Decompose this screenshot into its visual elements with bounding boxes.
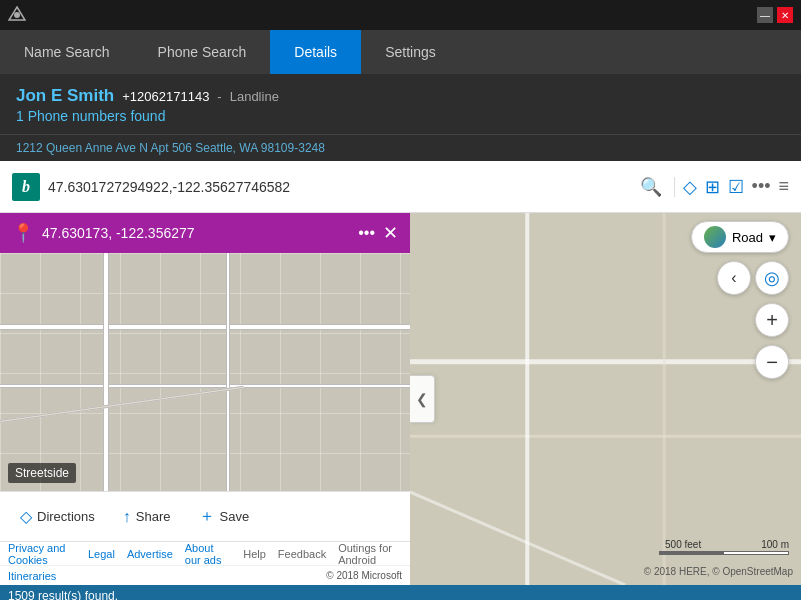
streetside-label: Streetside bbox=[8, 463, 76, 483]
result-phone-number: +12062171143 bbox=[122, 89, 209, 104]
zoom-in-icon: + bbox=[766, 309, 778, 332]
road-type-selector[interactable]: Road ▾ bbox=[691, 221, 789, 253]
location-pin-bar: 📍 47.630173, -122.356277 ••• ✕ bbox=[0, 213, 410, 253]
result-header-row: Jon E Smith +12062171143 - Landline bbox=[16, 86, 785, 106]
directions-button[interactable]: ◇ Directions bbox=[8, 501, 107, 532]
scale-bar: 500 feet 100 m bbox=[659, 539, 789, 555]
tab-settings[interactable]: Settings bbox=[361, 30, 460, 74]
share-icon: ↑ bbox=[123, 508, 131, 526]
globe-icon bbox=[704, 226, 726, 248]
map-background bbox=[0, 253, 410, 491]
checklist-icon[interactable]: ☑ bbox=[728, 176, 744, 198]
bing-logo-text: b bbox=[22, 178, 30, 196]
layers-icon[interactable]: ◇ bbox=[683, 176, 697, 198]
title-bar: — ✕ bbox=[0, 0, 801, 30]
pin-more-button[interactable]: ••• bbox=[358, 224, 375, 242]
zoom-out-button[interactable]: − bbox=[755, 345, 789, 379]
svg-point-1 bbox=[14, 12, 20, 18]
nav-tabs: Name Search Phone Search Details Setting… bbox=[0, 30, 801, 74]
legal-link[interactable]: Legal bbox=[88, 548, 115, 560]
feedback-link[interactable]: Feedback bbox=[278, 548, 326, 560]
svg-line-6 bbox=[410, 492, 625, 585]
map-wrapper: b 🔍 ◇ ⊞ ☑ ••• ≡ 📍 47.630173, -122.356277… bbox=[0, 161, 801, 585]
pin-icon: 📍 bbox=[12, 222, 34, 244]
chevron-down-icon: ▾ bbox=[769, 230, 776, 245]
hamburger-icon[interactable]: ≡ bbox=[778, 176, 789, 197]
map-attribution: © 2018 HERE, © OpenStreetMap bbox=[644, 566, 793, 577]
save-icon: ＋ bbox=[199, 506, 215, 527]
zoom-in-button[interactable]: + bbox=[755, 303, 789, 337]
help-link[interactable]: Help bbox=[243, 548, 266, 560]
scale-labels: 500 feet 100 m bbox=[665, 539, 789, 550]
search-icon: 🔍 bbox=[640, 177, 662, 197]
advertise-link[interactable]: Advertise bbox=[127, 548, 173, 560]
map-search-input[interactable] bbox=[48, 179, 628, 195]
map-area: 📍 47.630173, -122.356277 ••• ✕ Streetsid… bbox=[0, 213, 801, 585]
pin-coordinates: 47.630173, -122.356277 bbox=[42, 225, 350, 241]
map-placeholder[interactable]: Streetside bbox=[0, 253, 410, 491]
about-ads-link[interactable]: About our ads bbox=[185, 542, 231, 566]
map-search-button[interactable]: 🔍 bbox=[636, 172, 666, 202]
location-controls: ‹ ◎ bbox=[717, 261, 789, 295]
scale-label-meters: 100 m bbox=[761, 539, 789, 550]
outings-link[interactable]: Outings for Android bbox=[338, 542, 402, 566]
map-right-background: ❮ Road ▾ ‹ ◎ bbox=[410, 213, 801, 585]
map-left-panel: 📍 47.630173, -122.356277 ••• ✕ Streetsid… bbox=[0, 213, 410, 585]
privacy-link[interactable]: Privacy and Cookies bbox=[8, 542, 76, 566]
left-arrow-icon: ❮ bbox=[416, 391, 428, 407]
pin-close-button[interactable]: ✕ bbox=[383, 222, 398, 244]
scale-bar-visual bbox=[659, 551, 789, 555]
share-label: Share bbox=[136, 509, 171, 524]
footer-itineraries: Itineraries © 2018 Microsoft bbox=[0, 565, 410, 585]
road-vertical-1 bbox=[103, 253, 109, 491]
map-controls: Road ▾ ‹ ◎ + bbox=[691, 221, 789, 379]
status-bar: 1509 result(s) found. bbox=[0, 585, 801, 600]
save-label: Save bbox=[220, 509, 250, 524]
result-box: Jon E Smith +12062171143 - Landline 1 Ph… bbox=[0, 74, 801, 135]
tab-name-search[interactable]: Name Search bbox=[0, 30, 134, 74]
target-icon: ◎ bbox=[764, 267, 780, 289]
bing-logo: b bbox=[12, 173, 40, 201]
road-vertical-2 bbox=[226, 253, 230, 491]
result-name: Jon E Smith bbox=[16, 86, 114, 106]
road-horizontal-1 bbox=[0, 324, 410, 330]
footer-links: Privacy and Cookies Legal Advertise Abou… bbox=[0, 541, 410, 565]
result-phone-type: Landline bbox=[230, 89, 279, 104]
title-bar-left bbox=[8, 6, 26, 24]
result-address: 1212 Queen Anne Ave N Apt 506 Seattle, W… bbox=[0, 135, 801, 161]
grid-icon[interactable]: ⊞ bbox=[705, 176, 720, 198]
close-button[interactable]: ✕ bbox=[777, 7, 793, 23]
back-arrow-icon: ‹ bbox=[731, 269, 736, 287]
directions-icon: ◇ bbox=[20, 507, 32, 526]
my-location-button[interactable]: ◎ bbox=[755, 261, 789, 295]
result-count: 1 Phone numbers found bbox=[16, 108, 785, 124]
result-phone-separator: - bbox=[217, 89, 221, 104]
toolbar-divider bbox=[674, 177, 675, 197]
back-button[interactable]: ‹ bbox=[717, 261, 751, 295]
map-searchbar: b 🔍 ◇ ⊞ ☑ ••• ≡ bbox=[0, 161, 801, 213]
action-buttons: ◇ Directions ↑ Share ＋ Save bbox=[0, 491, 410, 541]
app-logo-icon bbox=[8, 6, 26, 24]
map-right[interactable]: ❮ Road ▾ ‹ ◎ bbox=[410, 213, 801, 585]
title-bar-controls: — ✕ bbox=[757, 7, 793, 23]
road-horizontal-2 bbox=[0, 384, 410, 388]
itineraries-link[interactable]: Itineraries bbox=[8, 570, 56, 582]
minimize-button[interactable]: — bbox=[757, 7, 773, 23]
road-diagonal-1 bbox=[0, 385, 244, 422]
map-toolbar-icons: ◇ ⊞ ☑ ••• ≡ bbox=[683, 176, 789, 198]
more-dots-icon[interactable]: ••• bbox=[752, 176, 771, 197]
tab-phone-search[interactable]: Phone Search bbox=[134, 30, 271, 74]
status-text: 1509 result(s) found. bbox=[8, 589, 118, 600]
zoom-out-icon: − bbox=[766, 351, 778, 374]
road-type-label: Road bbox=[732, 230, 763, 245]
tab-details[interactable]: Details bbox=[270, 30, 361, 74]
scale-label-feet: 500 feet bbox=[665, 539, 701, 550]
save-button[interactable]: ＋ Save bbox=[187, 500, 262, 533]
microsoft-copyright: © 2018 Microsoft bbox=[326, 570, 402, 581]
collapse-panel-button[interactable]: ❮ bbox=[410, 375, 435, 423]
share-button[interactable]: ↑ Share bbox=[111, 502, 183, 532]
directions-label: Directions bbox=[37, 509, 95, 524]
